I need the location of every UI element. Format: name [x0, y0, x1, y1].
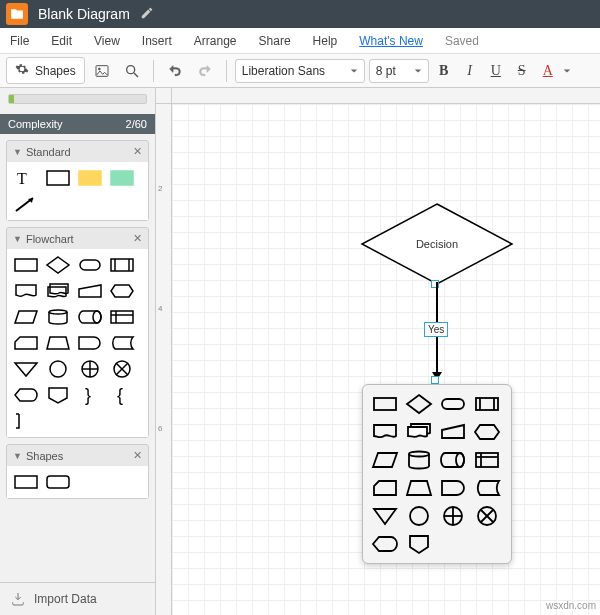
import-data-button[interactable]: Import Data	[0, 582, 155, 615]
close-icon[interactable]: ✕	[133, 449, 142, 462]
menu-edit[interactable]: Edit	[51, 34, 72, 48]
shape-preparation[interactable]	[107, 279, 137, 303]
menu-insert[interactable]: Insert	[142, 34, 172, 48]
shape-direct[interactable]	[75, 305, 105, 329]
complexity-label: Complexity	[8, 118, 62, 130]
workspace: Complexity 2/60 ▼ Standard ✕ T	[0, 88, 600, 615]
shape-stored[interactable]	[471, 475, 503, 501]
section-header[interactable]: ▼ Standard ✕	[7, 141, 148, 162]
shape-note-green[interactable]	[107, 166, 137, 190]
edge-label[interactable]: Yes	[424, 322, 448, 337]
shape-delay[interactable]	[75, 331, 105, 355]
shape-terminator[interactable]	[75, 253, 105, 277]
connection-handle[interactable]	[431, 376, 439, 384]
shape-data[interactable]	[369, 447, 401, 473]
shape-decision[interactable]	[403, 391, 435, 417]
shape-database[interactable]	[43, 305, 73, 329]
folder-icon[interactable]	[6, 3, 28, 25]
shape-predef[interactable]	[107, 253, 137, 277]
shape-connector[interactable]	[403, 503, 435, 529]
font-size-select[interactable]: 8 pt	[369, 59, 429, 83]
shape-predef[interactable]	[471, 391, 503, 417]
menu-whats-new[interactable]: What's New	[359, 34, 423, 48]
shape-sum[interactable]	[471, 503, 503, 529]
shape-multidoc[interactable]	[43, 279, 73, 303]
shape-stored[interactable]	[107, 331, 137, 355]
shape-display[interactable]	[369, 531, 401, 557]
shape-connector[interactable]	[43, 357, 73, 381]
shape-sum[interactable]	[107, 357, 137, 381]
shape-preparation[interactable]	[471, 419, 503, 445]
svg-rect-0	[96, 65, 108, 76]
shape-terminator[interactable]	[437, 391, 469, 417]
bold-button[interactable]: B	[433, 63, 455, 79]
shape-delay[interactable]	[437, 475, 469, 501]
shapes-button[interactable]: Shapes	[6, 57, 85, 84]
shape-round[interactable]	[43, 470, 73, 494]
font-select[interactable]: Liberation Sans	[235, 59, 365, 83]
close-icon[interactable]: ✕	[133, 232, 142, 245]
shape-process[interactable]	[11, 253, 41, 277]
menu-help[interactable]: Help	[313, 34, 338, 48]
section-header[interactable]: ▼ Flowchart ✕	[7, 228, 148, 249]
shape-internal[interactable]	[107, 305, 137, 329]
shape-decision[interactable]	[43, 253, 73, 277]
close-icon[interactable]: ✕	[133, 145, 142, 158]
shape-rect[interactable]	[11, 470, 41, 494]
svg-marker-64	[410, 536, 428, 553]
shape-brace-l[interactable]: {	[107, 383, 137, 407]
shape-offpage[interactable]	[403, 531, 435, 557]
shape-trap[interactable]	[403, 475, 435, 501]
shape-manual-input[interactable]	[437, 419, 469, 445]
shape-process[interactable]	[369, 391, 401, 417]
shape-merge[interactable]	[11, 357, 41, 381]
shape-document[interactable]	[369, 419, 401, 445]
section-standard: ▼ Standard ✕ T	[6, 140, 149, 221]
shape-text[interactable]: T	[11, 166, 41, 190]
shape-brace-r[interactable]: }	[75, 383, 105, 407]
collapse-icon: ▼	[13, 451, 22, 461]
shape-rect[interactable]	[43, 166, 73, 190]
menu-arrange[interactable]: Arrange	[194, 34, 237, 48]
shape-database[interactable]	[403, 447, 435, 473]
ruler-horizontal[interactable]	[172, 88, 600, 104]
shape-display[interactable]	[11, 383, 41, 407]
shape-document[interactable]	[11, 279, 41, 303]
menu-view[interactable]: View	[94, 34, 120, 48]
menu-share[interactable]: Share	[259, 34, 291, 48]
shape-arrow[interactable]	[11, 192, 41, 216]
menu-file[interactable]: File	[10, 34, 29, 48]
collapse-icon: ▼	[13, 234, 22, 244]
search-icon[interactable]	[119, 58, 145, 84]
italic-button[interactable]: I	[459, 63, 481, 79]
shape-trap[interactable]	[43, 331, 73, 355]
section-title: Flowchart	[26, 233, 74, 245]
ruler-vertical[interactable]: 2 4 6	[156, 104, 172, 615]
image-icon[interactable]	[89, 58, 115, 84]
decision-node[interactable]: Decision	[362, 204, 512, 287]
font-color-button[interactable]: A	[537, 63, 559, 79]
shape-direct[interactable]	[437, 447, 469, 473]
shape-card[interactable]	[11, 331, 41, 355]
section-header[interactable]: ▼ Shapes ✕	[7, 445, 148, 466]
shape-internal[interactable]	[471, 447, 503, 473]
strike-button[interactable]: S	[511, 63, 533, 79]
underline-button[interactable]: U	[485, 63, 507, 79]
chevron-down-icon[interactable]	[563, 64, 571, 78]
redo-icon[interactable]	[192, 58, 218, 84]
shape-merge[interactable]	[369, 503, 401, 529]
document-title[interactable]: Blank Diagram	[38, 6, 130, 22]
svg-rect-40	[374, 398, 396, 410]
shape-card[interactable]	[369, 475, 401, 501]
shape-or[interactable]	[75, 357, 105, 381]
shape-multidoc[interactable]	[403, 419, 435, 445]
rename-icon[interactable]	[140, 6, 154, 23]
shape-manual-input[interactable]	[75, 279, 105, 303]
shape-data[interactable]	[11, 305, 41, 329]
canvas[interactable]: Decision Yes	[172, 104, 600, 615]
shape-note[interactable]	[11, 409, 41, 433]
shape-note-yellow[interactable]	[75, 166, 105, 190]
undo-icon[interactable]	[162, 58, 188, 84]
shape-or[interactable]	[437, 503, 469, 529]
shape-offpage[interactable]	[43, 383, 73, 407]
